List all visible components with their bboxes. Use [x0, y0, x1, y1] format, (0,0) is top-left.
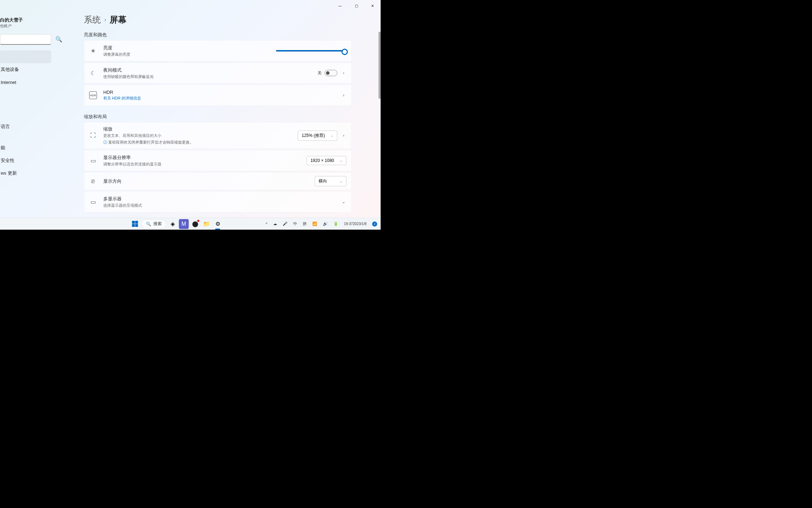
tray-mic-icon[interactable]: 🎤	[281, 221, 289, 227]
resolution-title: 显示器分辨率	[103, 155, 307, 161]
sidebar-item-system[interactable]	[0, 50, 51, 63]
resolution-select[interactable]: 1920 × 1080 ⌄	[307, 156, 346, 165]
search-icon: 🔍	[146, 222, 151, 226]
taskbar-search[interactable]: 🔍 搜索	[141, 219, 166, 228]
titlebar: — ▢ ✕	[0, 0, 381, 11]
system-tray: ^ ☁ 🎤 中 拼 📶 🔊 🔋 19:37 2023/1/8 2	[264, 220, 379, 227]
scale-info: 某些应用在关闭并重新打开后才会响应缩放更改。	[103, 140, 298, 145]
multi-sub: 选择显示器的呈现模式	[103, 203, 341, 208]
search-field[interactable]	[2, 37, 55, 42]
search-input[interactable]: 🔍	[0, 34, 51, 45]
scale-value: 125% (推荐)	[302, 133, 325, 139]
multi-title: 多显示器	[103, 196, 341, 202]
taskbar: 🔍 搜索 ◈ M ⬤ 📁 ⚙ ^ ☁ 🎤 中 拼 📶 🔊 🔋 19:37 202…	[0, 218, 381, 230]
brightness-title: 亮度	[103, 45, 276, 51]
resolution-card[interactable]: ▭ 显示器分辨率 调整分辨率以适合所连接的显示器 1920 × 1080 ⌄	[84, 150, 352, 171]
tray-expand-icon[interactable]: ^	[264, 221, 269, 227]
orientation-value: 横向	[319, 178, 327, 184]
ime-indicator-2[interactable]: 拼	[301, 220, 308, 227]
brightness-sub: 调整屏幕的亮度	[103, 52, 276, 57]
chevron-down-icon: ⌄	[340, 159, 343, 162]
battery-icon[interactable]: 🔋	[332, 221, 340, 227]
hdr-card[interactable]: HDR HDR 有关 HDR 的详细信息 ›	[84, 85, 352, 106]
brightness-slider[interactable]	[276, 50, 346, 52]
chevron-down-icon: ⌄	[340, 180, 343, 183]
hdr-link[interactable]: 有关 HDR 的详细信息	[103, 96, 341, 101]
night-state: 关	[318, 70, 322, 76]
scale-card[interactable]: ⛶ 缩放 更改文本、应用和其他项目的大小 某些应用在关闭并重新打开后才会响应缩放…	[84, 122, 352, 149]
multi-display-card[interactable]: ▭ 多显示器 选择显示器的呈现模式 ⌄	[84, 191, 352, 212]
sidebar-item-power[interactable]: 能	[0, 141, 51, 154]
resolution-sub: 调整分辨率以适合所连接的显示器	[103, 162, 307, 167]
search-icon: 🔍	[55, 36, 62, 43]
account-name: 白的大雪子	[0, 17, 51, 23]
breadcrumb: 系统 › 屏幕	[84, 14, 352, 25]
orientation-select[interactable]: 横向 ⌄	[315, 176, 346, 186]
chevron-right-icon[interactable]: ›	[341, 133, 346, 138]
moon-icon: ☾	[89, 69, 97, 77]
sidebar-item-security[interactable]: 安全性	[0, 154, 51, 167]
close-button[interactable]: ✕	[364, 0, 381, 11]
maximize-button[interactable]: ▢	[348, 0, 364, 11]
clock[interactable]: 19:37 2023/1/8	[343, 221, 368, 226]
sidebar-item-language[interactable]: 语言	[0, 120, 51, 133]
sidebar: 白的大雪子 他账户 🔍 其他设备 Internet 语言 能 安全性 ws 更新	[0, 0, 51, 218]
scale-sub: 更改文本、应用和其他项目的大小	[103, 133, 298, 138]
section-brightness-label: 亮度和颜色	[84, 32, 352, 38]
scale-title: 缩放	[103, 126, 298, 132]
chevron-down-icon: ⌄	[331, 134, 333, 137]
tray-cloud-icon[interactable]: ☁	[272, 221, 278, 227]
sidebar-item-update[interactable]: ws 更新	[0, 167, 51, 180]
resolution-icon: ▭	[89, 157, 97, 164]
main-content: 系统 › 屏幕 亮度和颜色 ☀ 亮度 调整屏幕的亮度 ☾ 夜间模式 使用较暖的颜…	[84, 14, 352, 216]
taskbar-app-2[interactable]: M	[179, 219, 189, 229]
settings-window: — ▢ ✕ 白的大雪子 他账户 🔍 其他设备 Internet 语言 能 安全性…	[0, 0, 381, 230]
start-button[interactable]	[130, 219, 140, 229]
night-title: 夜间模式	[103, 67, 318, 73]
ime-indicator-1[interactable]: 中	[292, 220, 299, 227]
sidebar-item-network[interactable]: Internet	[0, 76, 51, 89]
chevron-right-icon[interactable]: ›	[341, 93, 346, 98]
account-sub: 他账户	[0, 23, 51, 29]
resolution-value: 1920 × 1080	[310, 158, 334, 163]
taskbar-settings[interactable]: ⚙	[213, 219, 223, 229]
orientation-title: 显示方向	[103, 178, 315, 185]
night-toggle[interactable]	[325, 70, 337, 76]
wifi-icon[interactable]: 📶	[311, 221, 319, 227]
page-title: 屏幕	[110, 14, 127, 25]
sidebar-item-devices[interactable]: 其他设备	[0, 63, 51, 76]
scrollbar[interactable]	[379, 32, 381, 99]
hdr-icon: HDR	[89, 91, 97, 99]
taskbar-explorer[interactable]: 📁	[202, 219, 211, 229]
chevron-right-icon[interactable]: ›	[341, 71, 346, 75]
chevron-down-icon[interactable]: ⌄	[341, 199, 346, 204]
orientation-card[interactable]: ⎚ 显示方向 横向 ⌄	[84, 172, 352, 190]
section-scale-label: 缩放和布局	[84, 114, 352, 120]
clock-time: 19:37	[344, 222, 353, 226]
account-block[interactable]: 白的大雪子 他账户	[0, 17, 51, 29]
taskbar-app-1[interactable]: ◈	[168, 219, 178, 229]
night-mode-card[interactable]: ☾ 夜间模式 使用较暖的颜色帮助屏蔽蓝光 关 ›	[84, 62, 352, 84]
scale-icon: ⛶	[89, 132, 97, 139]
night-sub: 使用较暖的颜色帮助屏蔽蓝光	[103, 74, 318, 79]
volume-icon[interactable]: 🔊	[321, 221, 329, 227]
clock-date: 2023/1/8	[353, 222, 367, 226]
notification-badge[interactable]: 2	[371, 221, 379, 227]
sun-icon: ☀	[89, 47, 97, 55]
scale-select[interactable]: 125% (推荐) ⌄	[298, 131, 337, 141]
breadcrumb-parent[interactable]: 系统	[84, 14, 101, 25]
chevron-right-icon: ›	[104, 17, 106, 23]
brightness-card[interactable]: ☀ 亮度 调整屏幕的亮度	[84, 40, 352, 61]
taskbar-app-obs[interactable]: ⬤	[190, 219, 200, 229]
hdr-title: HDR	[103, 90, 341, 95]
taskbar-search-label: 搜索	[153, 221, 162, 227]
multi-display-icon: ▭	[89, 198, 97, 206]
orientation-icon: ⎚	[89, 177, 97, 185]
minimize-button[interactable]: —	[332, 0, 348, 11]
